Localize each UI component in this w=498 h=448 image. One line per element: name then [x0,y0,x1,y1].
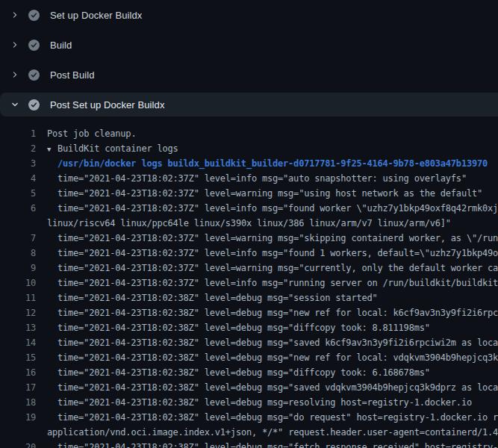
log-line: 1Post job cleanup. [0,126,498,141]
chevron-right-icon[interactable] [9,69,21,81]
log-line: 5time="2021-04-23T18:02:37Z" level=warni… [0,186,498,201]
log-text: time="2021-04-23T18:02:38Z" level=debug … [57,395,472,410]
actions-log-viewer: Set up Docker BuildxBuildPost BuildPost … [0,0,498,448]
line-number[interactable]: 10 [0,276,36,290]
log-line: 11time="2021-04-23T18:02:38Z" level=debu… [0,290,498,305]
check-circle-icon [28,40,40,51]
log-line: 10time="2021-04-23T18:02:37Z" level=info… [0,276,498,290]
chevron-down-icon[interactable] [9,99,21,111]
line-number[interactable]: 18 [0,395,36,410]
line-number[interactable]: 12 [0,305,36,320]
log-line: 4time="2021-04-23T18:02:37Z" level=info … [0,171,498,186]
check-circle-icon [28,99,40,111]
log-line: 9time="2021-04-23T18:02:37Z" level=warni… [0,261,498,276]
log-text: ▼BuildKit container logs [47,141,178,156]
line-number[interactable]: 3 [0,156,36,171]
steps-list: Set up Docker BuildxBuildPost BuildPost … [0,0,498,116]
chevron-right-icon[interactable] [9,39,21,51]
step-header-post-build[interactable]: Post Build [0,60,498,90]
log-line: 3/usr/bin/docker logs buildx_buildkit_bu… [0,156,498,171]
step-header-post-set-up-docker-buildx[interactable]: Post Set up Docker Buildx [0,93,498,116]
log-line: 8time="2021-04-23T18:02:37Z" level=info … [0,246,498,261]
line-number[interactable]: 1 [0,126,36,141]
line-number[interactable]: 17 [0,380,36,395]
step-title: Build [50,40,72,51]
log-panel: 1Post job cleanup.2▼BuildKit container l… [0,119,498,448]
log-text: time="2021-04-23T18:02:38Z" level=debug … [57,320,430,335]
log-line: 16time="2021-04-23T18:02:38Z" level=debu… [0,365,498,380]
log-line: 2▼BuildKit container logs [0,141,498,156]
line-number[interactable]: 16 [0,365,36,380]
log-text: linux/riscv64 linux/ppc64le linux/s390x … [47,216,451,231]
line-number[interactable]: 9 [0,261,36,276]
line-number[interactable]: 15 [0,350,36,365]
log-text: time="2021-04-23T18:02:37Z" level=warnin… [57,261,498,276]
log-line-continuation: application/vnd.oci.image.index.v1+json,… [0,425,498,440]
step-header-set-up-docker-buildx[interactable]: Set up Docker Buildx [0,0,498,30]
line-number[interactable]: 19 [0,410,36,425]
log-text: time="2021-04-23T18:02:38Z" level=debug … [57,380,498,395]
chevron-right-icon[interactable] [9,9,21,21]
log-text: time="2021-04-23T18:02:38Z" level=debug … [57,290,378,305]
check-circle-icon [28,69,40,81]
log-text: time="2021-04-23T18:02:38Z" level=debug … [57,335,498,350]
log-text: time="2021-04-23T18:02:37Z" level=info m… [57,246,498,261]
log-line: 20time="2021-04-23T18:02:38Z" level=debu… [0,440,498,448]
log-line: 19time="2021-04-23T18:02:38Z" level=debu… [0,410,498,425]
check-circle-icon [28,10,40,21]
log-text: application/vnd.oci.image.index.v1+json,… [47,425,498,440]
log-text: time="2021-04-23T18:02:37Z" level=warnin… [57,186,482,201]
log-text: time="2021-04-23T18:02:38Z" level=debug … [57,410,498,425]
step-title: Post Set up Docker Buildx [50,99,165,111]
line-number[interactable]: 14 [0,335,36,350]
log-text: time="2021-04-23T18:02:38Z" level=debug … [57,440,498,448]
line-number [0,425,36,440]
line-number [0,216,36,231]
log-line: 15time="2021-04-23T18:02:38Z" level=debu… [0,350,498,365]
log-line: 7time="2021-04-23T18:02:37Z" level=warni… [0,231,498,246]
log-line: 13time="2021-04-23T18:02:38Z" level=debu… [0,320,498,335]
log-text: time="2021-04-23T18:02:38Z" level=debug … [57,365,430,380]
line-number[interactable]: 7 [0,231,36,246]
group-label[interactable]: BuildKit container logs [57,143,178,154]
command-text: /usr/bin/docker logs buildx_buildkit_bui… [57,156,488,171]
log-line: 18time="2021-04-23T18:02:38Z" level=debu… [0,395,498,410]
step-title: Post Build [50,69,95,81]
line-number[interactable]: 4 [0,171,36,186]
log-line: 14time="2021-04-23T18:02:38Z" level=debu… [0,335,498,350]
log-line: 17time="2021-04-23T18:02:38Z" level=debu… [0,380,498,395]
line-number[interactable]: 13 [0,320,36,335]
line-number[interactable]: 8 [0,246,36,261]
line-number[interactable]: 6 [0,201,36,216]
log-line: 12time="2021-04-23T18:02:38Z" level=debu… [0,305,498,320]
line-number[interactable]: 2 [0,141,36,156]
step-title: Set up Docker Buildx [50,10,142,21]
log-text: time="2021-04-23T18:02:38Z" level=debug … [57,305,498,320]
log-line: 6time="2021-04-23T18:02:37Z" level=info … [0,201,498,216]
log-text: time="2021-04-23T18:02:37Z" level=info m… [57,276,498,290]
log-line-continuation: linux/riscv64 linux/ppc64le linux/s390x … [0,216,498,231]
step-header-build[interactable]: Build [0,30,498,60]
log-text: time="2021-04-23T18:02:37Z" level=info m… [57,171,467,186]
line-number[interactable]: 11 [0,290,36,305]
log-text: time="2021-04-23T18:02:38Z" level=debug … [57,350,498,365]
triangle-down-icon[interactable]: ▼ [47,142,57,157]
line-number[interactable]: 5 [0,186,36,201]
log-text: Post job cleanup. [47,126,136,141]
log-text: time="2021-04-23T18:02:37Z" level=warnin… [57,231,498,246]
line-number[interactable]: 20 [0,440,36,448]
log-text: time="2021-04-23T18:02:37Z" level=info m… [57,201,498,216]
